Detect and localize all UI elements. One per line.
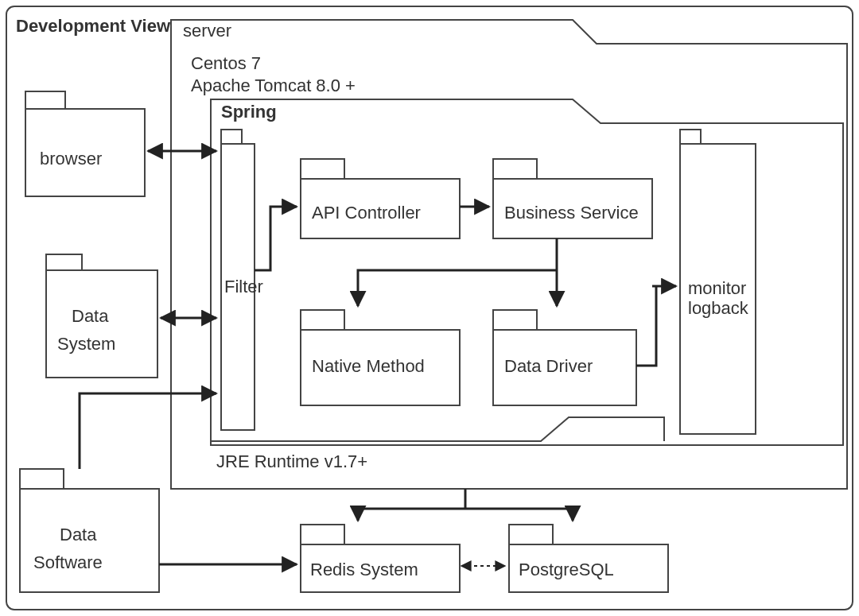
- data-system-label-2: System: [57, 334, 115, 354]
- server-web: Apache Tomcat 8.0 +: [191, 76, 356, 95]
- monitor-node: monitor logback: [680, 130, 756, 434]
- monitor-label-1: monitor: [688, 278, 746, 298]
- spring-label: Spring: [221, 102, 277, 122]
- svg-rect-6: [221, 130, 242, 144]
- svg-rect-2: [46, 254, 82, 270]
- data-driver-label: Data Driver: [504, 356, 593, 376]
- data-software-label-2: Software: [33, 552, 103, 572]
- svg-rect-10: [493, 159, 537, 179]
- svg-rect-0: [25, 91, 65, 109]
- svg-rect-8: [301, 159, 344, 179]
- server-label: server: [183, 21, 231, 41]
- postgres-label: PostgreSQL: [519, 560, 614, 579]
- redis-label: Redis System: [310, 560, 418, 579]
- server-os: Centos 7: [191, 53, 261, 73]
- server-runtime: JRE Runtime v1.7+: [216, 451, 367, 471]
- data-software-label-1: Data: [60, 525, 97, 544]
- data-system-node: Data System: [46, 254, 157, 378]
- svg-rect-18: [301, 525, 344, 544]
- filter-label: Filter: [224, 277, 263, 296]
- business-service-label: Business Service: [504, 203, 639, 223]
- data-system-label-1: Data: [72, 306, 109, 326]
- svg-rect-12: [301, 310, 344, 330]
- browser-label: browser: [40, 149, 102, 169]
- diagram-title: Development View: [16, 16, 171, 36]
- monitor-label-2: logback: [688, 298, 749, 318]
- api-controller-label: API Controller: [312, 203, 421, 223]
- svg-rect-4: [20, 469, 64, 489]
- native-method-label: Native Method: [312, 356, 425, 376]
- svg-rect-16: [680, 130, 701, 144]
- svg-rect-14: [493, 310, 537, 330]
- svg-rect-20: [509, 525, 553, 544]
